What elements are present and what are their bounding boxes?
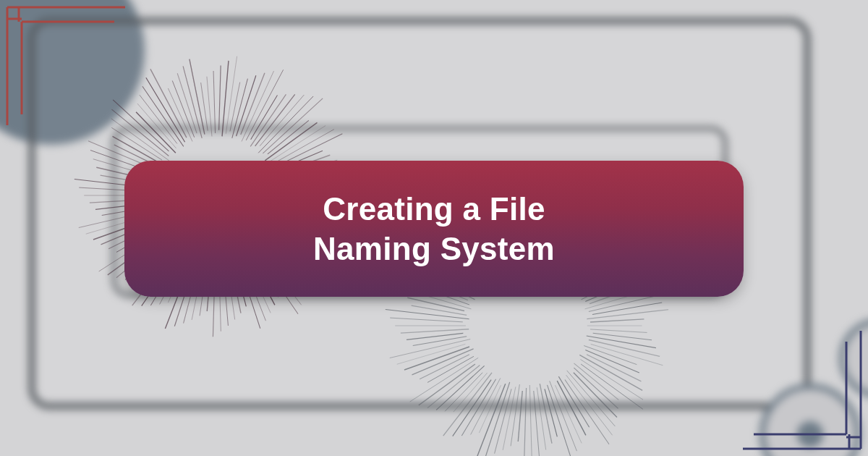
- svg-line-89: [241, 73, 265, 135]
- svg-line-92: [251, 96, 278, 140]
- svg-line-99: [265, 122, 317, 161]
- svg-line-86: [230, 83, 240, 132]
- svg-line-69: [136, 112, 176, 153]
- banner-title-line1: Creating a File: [323, 191, 545, 227]
- banner-title-line2: Naming System: [313, 231, 555, 266]
- svg-line-117: [585, 350, 639, 373]
- svg-line-136: [534, 391, 540, 456]
- svg-line-94: [255, 94, 295, 146]
- svg-line-143: [485, 382, 509, 456]
- svg-line-139: [518, 391, 522, 442]
- svg-line-73: [146, 77, 185, 142]
- svg-line-219: [590, 319, 644, 322]
- title-banner: Creating a File Naming System: [124, 161, 744, 297]
- svg-line-148: [453, 380, 491, 436]
- svg-line-75: [168, 88, 192, 142]
- svg-line-156: [427, 356, 474, 382]
- svg-line-97: [263, 98, 323, 153]
- svg-line-157: [420, 355, 469, 379]
- svg-line-130: [555, 385, 582, 443]
- svg-line-166: [390, 318, 463, 322]
- svg-line-84: [222, 61, 229, 137]
- svg-line-95: [260, 95, 304, 146]
- svg-line-124: [574, 373, 617, 418]
- svg-line-132: [548, 385, 571, 456]
- corner-ornament-topleft-icon: [6, 6, 129, 129]
- svg-line-80: [201, 83, 208, 131]
- svg-line-90: [242, 71, 274, 141]
- svg-line-218: [587, 310, 668, 319]
- svg-line-152: [436, 366, 484, 410]
- svg-line-81: [207, 77, 212, 137]
- svg-line-159: [404, 347, 469, 370]
- svg-line-100: [269, 126, 326, 162]
- corner-ornament-bottomright-icon: [739, 327, 862, 450]
- svg-line-138: [524, 388, 526, 456]
- svg-line-135: [537, 387, 545, 449]
- svg-line-164: [401, 329, 469, 333]
- svg-line-76: [172, 80, 194, 137]
- svg-line-83: [219, 66, 221, 130]
- svg-line-119: [579, 355, 642, 390]
- svg-line-79: [190, 59, 205, 135]
- svg-line-82: [213, 71, 216, 133]
- svg-line-154: [419, 364, 475, 405]
- svg-line-111: [590, 329, 647, 333]
- svg-line-120: [580, 360, 643, 400]
- svg-line-137: [529, 385, 532, 456]
- svg-line-167: [386, 309, 469, 318]
- banner-title: Creating a File Naming System: [313, 189, 555, 269]
- svg-line-93: [250, 94, 286, 146]
- svg-line-118: [587, 355, 641, 381]
- svg-line-96: [258, 96, 313, 153]
